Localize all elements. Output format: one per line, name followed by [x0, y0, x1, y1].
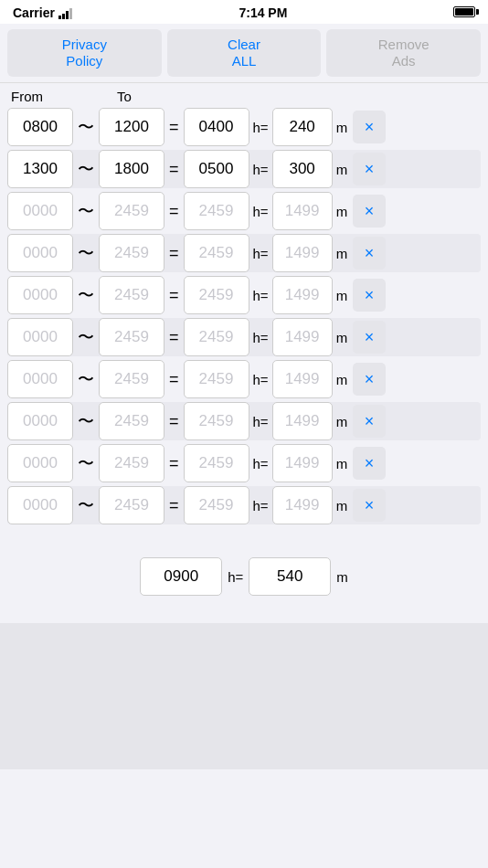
h-equals-label: h= [251, 372, 271, 387]
remove-ads-button[interactable]: RemoveAds [326, 29, 481, 77]
h-equals-label: h= [251, 498, 271, 513]
delete-row-button[interactable]: × [353, 489, 386, 522]
tilde-symbol: 〜 [75, 242, 97, 264]
status-bar: Carrier 7:14 PM [0, 0, 488, 24]
time-display: 7:14 PM [239, 5, 287, 20]
to-input[interactable] [99, 192, 164, 230]
result-input[interactable] [184, 486, 249, 524]
summary-area: h= m [0, 548, 488, 605]
from-input[interactable] [7, 150, 73, 188]
from-input[interactable] [7, 192, 73, 230]
result-input[interactable] [184, 192, 249, 230]
result-input[interactable] [184, 444, 249, 482]
time-row: 〜 = h= m × [7, 486, 481, 524]
top-nav: PrivacyPolicy ClearALL RemoveAds [0, 24, 488, 83]
delete-row-button[interactable]: × [353, 195, 386, 228]
h-value-input[interactable] [272, 444, 333, 482]
delete-row-button[interactable]: × [353, 321, 386, 354]
battery-indicator [453, 5, 475, 20]
time-rows-container: 〜 = h= m × 〜 = h= m × 〜 = h= m × 〜 = h= … [0, 106, 488, 530]
m-label: m [334, 456, 350, 471]
from-input[interactable] [7, 444, 73, 482]
result-input[interactable] [184, 318, 249, 356]
h-equals-label: h= [251, 120, 271, 135]
h-value-input[interactable] [272, 192, 333, 230]
tilde-symbol: 〜 [75, 368, 97, 390]
from-input[interactable] [7, 318, 73, 356]
time-row: 〜 = h= m × [7, 150, 481, 188]
from-input[interactable] [7, 108, 73, 146]
carrier-label: Carrier [13, 5, 73, 20]
equals-symbol: = [166, 412, 182, 431]
result-input[interactable] [184, 402, 249, 440]
summary-time-input[interactable] [140, 557, 222, 596]
h-equals-label: h= [251, 330, 271, 345]
time-row: 〜 = h= m × [7, 108, 481, 146]
m-label: m [334, 120, 350, 135]
from-input[interactable] [7, 276, 73, 314]
to-input[interactable] [99, 234, 164, 272]
to-header: To [117, 89, 132, 104]
privacy-policy-button[interactable]: PrivacyPolicy [7, 29, 162, 77]
result-input[interactable] [184, 276, 249, 314]
summary-h-equals: h= [226, 569, 245, 585]
tilde-symbol: 〜 [75, 452, 97, 474]
clear-all-button[interactable]: ClearALL [167, 29, 322, 77]
equals-symbol: = [166, 286, 182, 305]
h-equals-label: h= [251, 204, 271, 219]
to-input[interactable] [99, 318, 164, 356]
h-value-input[interactable] [272, 318, 333, 356]
time-row: 〜 = h= m × [7, 444, 481, 482]
delete-row-button[interactable]: × [353, 153, 386, 185]
h-value-input[interactable] [272, 486, 333, 524]
equals-symbol: = [166, 496, 182, 515]
from-input[interactable] [7, 402, 73, 440]
to-input[interactable] [99, 108, 164, 146]
to-input[interactable] [99, 276, 164, 314]
to-input[interactable] [99, 444, 164, 482]
summary-m-label: m [336, 569, 348, 585]
equals-symbol: = [166, 160, 182, 179]
h-value-input[interactable] [272, 150, 333, 188]
equals-symbol: = [166, 202, 182, 221]
m-label: m [334, 288, 350, 303]
summary-value-input[interactable] [249, 557, 331, 596]
time-row: 〜 = h= m × [7, 360, 481, 398]
m-label: m [334, 330, 350, 345]
column-headers: From To [0, 83, 488, 106]
to-input[interactable] [99, 402, 164, 440]
h-equals-label: h= [251, 162, 271, 177]
result-input[interactable] [184, 108, 249, 146]
to-input[interactable] [99, 150, 164, 188]
svg-rect-3 [69, 8, 72, 19]
h-value-input[interactable] [272, 108, 333, 146]
from-input[interactable] [7, 486, 73, 524]
result-input[interactable] [184, 360, 249, 398]
h-value-input[interactable] [272, 234, 333, 272]
delete-row-button[interactable]: × [353, 237, 386, 270]
h-equals-label: h= [251, 414, 271, 429]
tilde-symbol: 〜 [75, 284, 97, 306]
h-value-input[interactable] [272, 360, 333, 398]
m-label: m [334, 246, 350, 261]
result-input[interactable] [184, 234, 249, 272]
delete-row-button[interactable]: × [353, 279, 386, 312]
to-input[interactable] [99, 360, 164, 398]
h-value-input[interactable] [272, 276, 333, 314]
tilde-symbol: 〜 [75, 326, 97, 348]
delete-row-button[interactable]: × [353, 111, 386, 143]
tilde-symbol: 〜 [75, 158, 97, 180]
delete-row-button[interactable]: × [353, 405, 386, 438]
svg-rect-0 [58, 16, 61, 19]
result-input[interactable] [184, 150, 249, 188]
h-value-input[interactable] [272, 402, 333, 440]
equals-symbol: = [166, 328, 182, 347]
to-input[interactable] [99, 486, 164, 524]
from-input[interactable] [7, 234, 73, 272]
tilde-symbol: 〜 [75, 494, 97, 516]
delete-row-button[interactable]: × [353, 447, 386, 480]
delete-row-button[interactable]: × [353, 363, 386, 396]
from-input[interactable] [7, 360, 73, 398]
tilde-symbol: 〜 [75, 410, 97, 432]
m-label: m [334, 162, 350, 177]
